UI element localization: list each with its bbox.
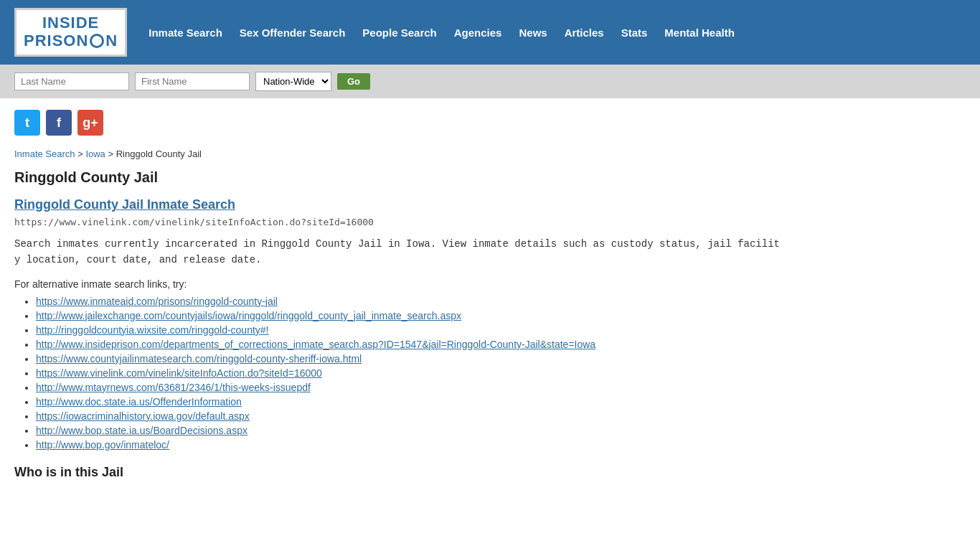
breadcrumb-inmate-search[interactable]: Inmate Search (14, 149, 75, 159)
location-select[interactable]: Nation-Wide (255, 72, 331, 91)
first-name-input[interactable] (135, 72, 250, 90)
alt-link[interactable]: http://www.jailexchange.com/countyjails/… (36, 310, 461, 321)
list-item: http://www.doc.state.ia.us/OffenderInfor… (36, 396, 966, 408)
twitter-share-button[interactable]: t (14, 110, 40, 136)
facebook-icon: f (57, 116, 61, 131)
section1-url: https://www.vinelink.com/vinelink/siteIn… (14, 217, 966, 227)
alt-link[interactable]: https://www.vinelink.com/vinelink/siteIn… (36, 367, 322, 379)
breadcrumb: Inmate Search > Iowa > Ringgold County J… (14, 149, 966, 159)
list-item: http://www.bop.state.ia.us/BoardDecision… (36, 425, 966, 436)
googleplus-share-button[interactable]: g+ (77, 110, 103, 136)
nav-item-news[interactable]: News (519, 27, 547, 39)
section1-heading-link[interactable]: Ringgold County Jail Inmate Search (14, 197, 966, 212)
list-item: http://ringgoldcountyia.wixsite.com/ring… (36, 324, 966, 336)
search-bar: Nation-Wide Go (0, 65, 980, 98)
logo-bottom-text: PRISONN (24, 32, 118, 50)
main-content: t f g+ Inmate Search > Iowa > Ringgold C… (0, 98, 980, 501)
logo-top-text: INSIDE (24, 14, 118, 32)
nav-item-articles[interactable]: Articles (565, 27, 604, 39)
alt-link[interactable]: https://iowacriminalhistory.iowa.gov/def… (36, 410, 250, 422)
list-item: https://www.vinelink.com/vinelink/siteIn… (36, 367, 966, 379)
site-header: INSIDE PRISONN Inmate SearchSex Offender… (0, 0, 980, 65)
alt-link[interactable]: http://www.bop.state.ia.us/BoardDecision… (36, 425, 248, 436)
site-logo: INSIDE PRISONN (14, 8, 127, 57)
nav-item-stats[interactable]: Stats (621, 27, 648, 39)
nav-item-inmate-search[interactable]: Inmate Search (149, 27, 222, 39)
alt-links-intro: For alternative inmate search links, try… (14, 278, 966, 290)
alt-links-list: https://www.inmateaid.com/prisons/ringgo… (14, 296, 966, 451)
nav-item-people-search[interactable]: People Search (362, 27, 436, 39)
list-item: https://iowacriminalhistory.iowa.gov/def… (36, 410, 966, 422)
alt-link[interactable]: http://www.bop.gov/inmateloc/ (36, 439, 169, 451)
alt-link[interactable]: https://www.countyjailinmatesearch.com/r… (36, 353, 362, 364)
page-title: Ringgold County Jail (14, 169, 966, 186)
gplus-icon: g+ (83, 116, 98, 131)
breadcrumb-sep1: > (77, 149, 85, 159)
list-item: http://www.insideprison.com/departments_… (36, 339, 966, 350)
breadcrumb-iowa[interactable]: Iowa (85, 149, 105, 159)
twitter-icon: t (25, 116, 29, 131)
nav-item-agencies[interactable]: Agencies (454, 27, 502, 39)
search-button[interactable]: Go (337, 73, 370, 90)
nav-item-sex-offender-search[interactable]: Sex Offender Search (240, 27, 346, 39)
list-item: http://www.mtayrnews.com/63681/2346/1/th… (36, 382, 966, 393)
list-item: https://www.countyjailinmatesearch.com/r… (36, 353, 966, 364)
breadcrumb-sep2: > (108, 149, 116, 159)
alt-link[interactable]: http://www.doc.state.ia.us/OffenderInfor… (36, 396, 242, 408)
list-item: http://www.bop.gov/inmateloc/ (36, 439, 966, 451)
list-item: http://www.jailexchange.com/countyjails/… (36, 310, 966, 321)
alt-link[interactable]: https://www.inmateaid.com/prisons/ringgo… (36, 296, 278, 307)
facebook-share-button[interactable]: f (46, 110, 72, 136)
list-item: https://www.inmateaid.com/prisons/ringgo… (36, 296, 966, 307)
social-icons-bar: t f g+ (14, 110, 966, 136)
nav-item-mental-health[interactable]: Mental Health (664, 27, 735, 39)
breadcrumb-current: Ringgold County Jail (116, 149, 202, 159)
section2-heading: Who is in this Jail (14, 465, 966, 480)
main-nav: Inmate SearchSex Offender SearchPeople S… (149, 27, 735, 39)
description-text: Search inmates currently incarcerated in… (14, 236, 966, 268)
last-name-input[interactable] (14, 72, 129, 90)
alt-link[interactable]: http://ringgoldcountyia.wixsite.com/ring… (36, 324, 269, 336)
alt-link[interactable]: http://www.insideprison.com/departments_… (36, 339, 595, 350)
logo-circle-icon (90, 34, 104, 48)
alt-link[interactable]: http://www.mtayrnews.com/63681/2346/1/th… (36, 382, 311, 393)
